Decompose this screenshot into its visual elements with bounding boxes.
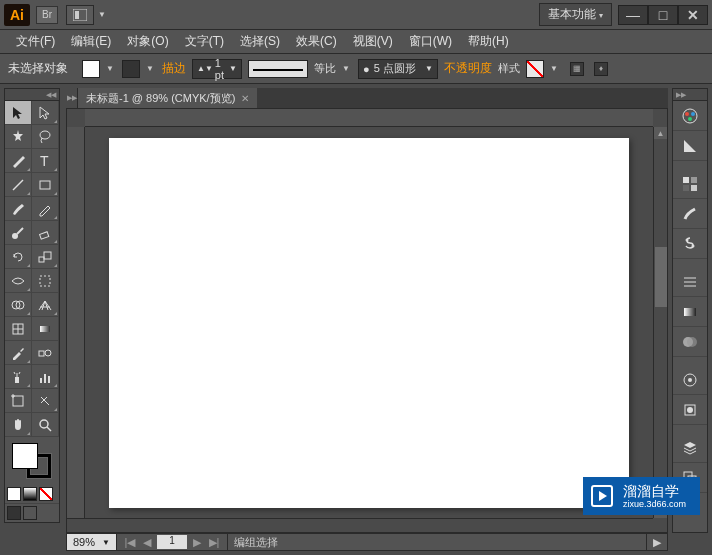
free-transform-tool[interactable] [32,269,59,293]
rotate-tool[interactable] [5,245,32,269]
menu-type[interactable]: 文字(T) [177,30,232,53]
close-button[interactable]: ✕ [678,5,708,25]
line-tool[interactable] [5,173,32,197]
doc-setup-button[interactable]: ▦ [570,62,584,76]
scale-tool[interactable] [32,245,59,269]
menu-help[interactable]: 帮助(H) [460,30,517,53]
symbol-sprayer-tool[interactable] [5,365,32,389]
zoom-level[interactable]: 89%▼ [67,534,117,550]
svg-rect-7 [40,231,49,238]
chevron-down-icon[interactable]: ▼ [146,64,156,73]
lasso-tool[interactable] [32,125,59,149]
brushes-panel-icon[interactable] [673,199,707,229]
gradient-panel-icon[interactable] [673,297,707,327]
maximize-button[interactable]: □ [648,5,678,25]
fill-swatch[interactable] [82,60,100,78]
opacity-label[interactable]: 不透明度 [444,60,492,77]
blob-brush-tool[interactable] [5,221,32,245]
tab-dock-toggle[interactable]: ▶▶ [66,88,78,108]
color-mode-gradient[interactable] [23,487,37,501]
svg-text:T: T [40,153,49,169]
status-menu[interactable]: ▶ [647,534,667,550]
swatches-panel-icon[interactable] [673,169,707,199]
transparency-panel-icon[interactable] [673,327,707,357]
menu-effect[interactable]: 效果(C) [288,30,345,53]
color-panel-icon[interactable] [673,101,707,131]
symbols-panel-icon[interactable] [673,229,707,259]
svg-rect-10 [40,276,50,286]
appearance-panel-icon[interactable] [673,365,707,395]
bridge-badge[interactable]: Br [36,6,58,24]
artboard-number[interactable]: 1 [157,535,187,549]
panel-collapse-button[interactable]: ♦ [594,62,608,76]
document-tab[interactable]: 未标题-1 @ 89% (CMYK/预览) ✕ [78,88,257,108]
paintbrush-tool[interactable] [5,197,32,221]
fill-color[interactable] [12,443,38,469]
tools-header[interactable]: ◀◀ [5,89,59,101]
svg-rect-33 [691,177,697,183]
menu-select[interactable]: 选择(S) [232,30,288,53]
minimize-button[interactable]: — [618,5,648,25]
ruler-horizontal[interactable] [85,109,653,127]
color-mode-solid[interactable] [7,487,21,501]
chevron-down-icon[interactable]: ▼ [106,64,116,73]
stroke-profile[interactable] [248,60,308,78]
gradient-tool[interactable] [32,317,59,341]
stroke-label[interactable]: 描边 [162,60,186,77]
artboard-tool[interactable] [5,389,32,413]
prev-artboard-icon[interactable]: ◀ [140,536,154,549]
brush-definition[interactable]: ●5 点圆形▼ [358,59,438,79]
type-tool[interactable]: T [32,149,59,173]
scroll-thumb[interactable] [655,247,667,307]
color-mode-none[interactable] [39,487,53,501]
screen-mode-normal[interactable] [7,506,21,520]
chevron-down-icon[interactable]: ▼ [550,64,560,73]
stroke-panel-icon[interactable] [673,267,707,297]
workspace-switcher[interactable]: 基本功能 ▾ [539,3,612,26]
canvas-viewport[interactable] [85,127,653,518]
selection-tool[interactable] [5,101,32,125]
close-tab-icon[interactable]: ✕ [241,93,249,104]
menu-edit[interactable]: 编辑(E) [63,30,119,53]
menu-file[interactable]: 文件(F) [8,30,63,53]
layers-panel-icon[interactable] [673,433,707,463]
next-artboard-icon[interactable]: ▶ [190,536,204,549]
last-artboard-icon[interactable]: ▶| [207,536,221,549]
eyedropper-tool[interactable] [5,341,32,365]
perspective-grid-tool[interactable] [32,293,59,317]
column-graph-tool[interactable] [32,365,59,389]
menu-object[interactable]: 对象(O) [119,30,176,53]
eraser-tool[interactable] [32,221,59,245]
direct-selection-tool[interactable] [32,101,59,125]
scrollbar-vertical[interactable]: ▲ ▼ [653,127,667,518]
layout-arrange-button[interactable] [66,5,94,25]
stroke-swatch[interactable] [122,60,140,78]
color-guide-panel-icon[interactable] [673,131,707,161]
stroke-weight-input[interactable]: ▲▼1 pt▼ [192,59,242,79]
ruler-vertical[interactable] [67,127,85,518]
magic-wand-tool[interactable] [5,125,32,149]
screen-mode-full[interactable] [23,506,37,520]
chevron-down-icon[interactable]: ▼ [342,64,352,73]
svg-point-29 [685,112,689,116]
menu-window[interactable]: 窗口(W) [401,30,460,53]
slice-tool[interactable] [32,389,59,413]
pen-tool[interactable] [5,149,32,173]
rectangle-tool[interactable] [32,173,59,197]
scrollbar-horizontal[interactable] [67,518,653,532]
pencil-tool[interactable] [32,197,59,221]
mesh-tool[interactable] [5,317,32,341]
blend-tool[interactable] [32,341,59,365]
graphic-style-swatch[interactable] [526,60,544,78]
width-tool[interactable] [5,269,32,293]
shape-builder-tool[interactable] [5,293,32,317]
zoom-tool[interactable] [32,413,59,437]
menu-view[interactable]: 视图(V) [345,30,401,53]
right-dock-header[interactable]: ▶▶ [673,89,707,101]
first-artboard-icon[interactable]: |◀ [123,536,137,549]
layout-dropdown-icon[interactable]: ▼ [98,10,108,19]
hand-tool[interactable] [5,413,32,437]
graphic-styles-panel-icon[interactable] [673,395,707,425]
scroll-up-icon[interactable]: ▲ [654,127,667,139]
artboard[interactable] [109,138,629,508]
